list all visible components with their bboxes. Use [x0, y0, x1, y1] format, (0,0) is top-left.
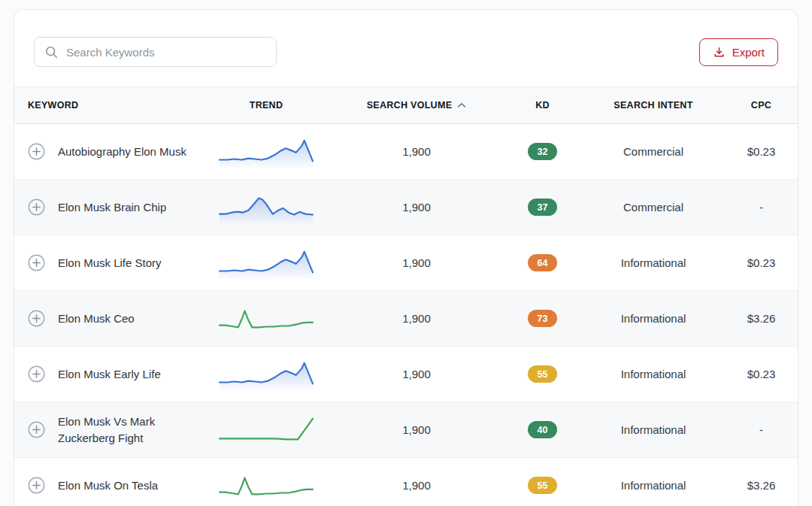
- column-header-kd[interactable]: KD: [503, 100, 582, 111]
- table-row: Elon Musk Brain Chip 1,900 37 Commercial…: [14, 180, 798, 235]
- trend-sparkline: [217, 135, 315, 169]
- add-keyword-button[interactable]: [28, 143, 45, 160]
- keyword-label: Elon Musk Life Story: [58, 255, 162, 271]
- sort-asc-icon: [457, 102, 466, 108]
- column-header-keyword[interactable]: KEYWORD: [14, 100, 202, 111]
- toolbar: Export: [14, 10, 798, 86]
- cpc-value: -: [725, 201, 798, 214]
- trend-cell: [202, 246, 330, 280]
- add-keyword-button[interactable]: [28, 365, 45, 383]
- table-row: Elon Musk Life Story 1,900 64 Informatio…: [14, 235, 798, 291]
- kd-cell: 73: [503, 310, 582, 327]
- search-intent-value: Informational: [582, 423, 725, 436]
- search-box: [34, 37, 277, 67]
- table-header: KEYWORD TREND SEARCH VOLUME KD SEARCH IN…: [14, 86, 798, 124]
- download-icon: [713, 46, 726, 59]
- keyword-cell: Elon Musk Early Life: [14, 359, 202, 389]
- table-row: Elon Musk On Tesla 1,900 55 Informationa…: [14, 458, 798, 506]
- kd-cell: 37: [503, 198, 582, 216]
- keyword-table-card: Export KEYWORD TREND SEARCH VOLUME KD SE…: [14, 9, 798, 506]
- trend-cell: [202, 357, 330, 392]
- kd-badge: 55: [528, 477, 557, 494]
- plus-circle-icon: [28, 254, 45, 271]
- search-intent-value: Commercial: [582, 145, 725, 158]
- plus-circle-icon: [28, 310, 45, 327]
- keyword-cell: Elon Musk Brain Chip: [14, 192, 202, 222]
- search-intent-value: Informational: [582, 312, 725, 325]
- kd-cell: 32: [503, 143, 582, 160]
- search-volume-value: 1,900: [330, 201, 503, 214]
- table-row: Autobiography Elon Musk 1,900 32 Commerc…: [14, 124, 798, 180]
- add-keyword-button[interactable]: [28, 254, 45, 271]
- cpc-value: -: [725, 423, 798, 436]
- keyword-label: Elon Musk Vs Mark Zuckerberg Fight: [58, 414, 193, 447]
- trend-sparkline: [217, 413, 315, 447]
- column-header-search-volume[interactable]: SEARCH VOLUME: [330, 100, 503, 111]
- kd-cell: 55: [503, 477, 582, 494]
- search-volume-value: 1,900: [330, 312, 503, 325]
- plus-circle-icon: [28, 198, 45, 216]
- trend-cell: [202, 468, 330, 503]
- cpc-value: $0.23: [725, 145, 798, 158]
- cpc-value: $0.23: [725, 368, 798, 380]
- cpc-value: $0.23: [725, 256, 798, 269]
- table-row: Elon Musk Vs Mark Zuckerberg Fight 1,900…: [14, 402, 798, 458]
- keyword-label: Elon Musk Ceo: [58, 311, 135, 327]
- kd-badge: 37: [528, 198, 557, 216]
- search-volume-value: 1,900: [330, 368, 503, 380]
- kd-badge: 73: [528, 310, 557, 327]
- keyword-label: Elon Musk Brain Chip: [58, 199, 166, 216]
- kd-badge: 55: [528, 365, 557, 383]
- kd-badge: 64: [528, 254, 557, 271]
- keyword-label: Elon Musk On Tesla: [58, 477, 158, 494]
- search-input[interactable]: [66, 46, 265, 59]
- table-body: Autobiography Elon Musk 1,900 32 Commerc…: [14, 124, 798, 506]
- export-button[interactable]: Export: [699, 38, 778, 66]
- trend-sparkline: [217, 357, 315, 392]
- trend-sparkline: [217, 301, 315, 336]
- plus-circle-icon: [28, 421, 45, 438]
- trend-cell: [202, 190, 330, 225]
- trend-cell: [202, 135, 330, 169]
- keyword-label: Autobiography Elon Musk: [58, 144, 186, 160]
- kd-cell: 55: [503, 365, 582, 383]
- search-volume-value: 1,900: [330, 479, 503, 492]
- search-volume-value: 1,900: [330, 423, 503, 436]
- trend-sparkline: [217, 190, 315, 225]
- search-intent-value: Informational: [582, 479, 725, 492]
- keyword-cell: Elon Musk Vs Mark Zuckerberg Fight: [14, 408, 202, 453]
- kd-badge: 32: [528, 143, 557, 160]
- search-intent-value: Informational: [582, 368, 725, 380]
- trend-sparkline: [217, 468, 315, 503]
- column-header-cpc[interactable]: CPC: [725, 100, 798, 111]
- plus-circle-icon: [28, 143, 45, 160]
- search-volume-value: 1,900: [330, 145, 503, 158]
- column-header-trend[interactable]: TREND: [202, 100, 330, 111]
- keyword-cell: Autobiography Elon Musk: [14, 137, 202, 166]
- kd-badge: 40: [528, 421, 557, 438]
- keyword-label: Elon Musk Early Life: [58, 366, 161, 383]
- column-header-label: SEARCH VOLUME: [367, 100, 453, 111]
- trend-cell: [202, 413, 330, 447]
- add-keyword-button[interactable]: [28, 421, 45, 438]
- search-volume-value: 1,900: [330, 256, 503, 269]
- column-header-search-intent[interactable]: SEARCH INTENT: [582, 100, 725, 111]
- search-icon: [45, 46, 58, 59]
- add-keyword-button[interactable]: [28, 198, 45, 216]
- trend-sparkline: [217, 246, 315, 280]
- plus-circle-icon: [28, 477, 45, 494]
- keyword-cell: Elon Musk On Tesla: [14, 471, 202, 500]
- export-label: Export: [732, 46, 765, 59]
- cpc-value: $3.26: [725, 479, 798, 492]
- plus-circle-icon: [28, 365, 45, 383]
- keyword-cell: Elon Musk Life Story: [14, 248, 202, 277]
- add-keyword-button[interactable]: [28, 310, 45, 327]
- search-intent-value: Commercial: [582, 201, 725, 214]
- add-keyword-button[interactable]: [28, 477, 45, 494]
- cpc-value: $3.26: [725, 312, 798, 325]
- trend-cell: [202, 301, 330, 336]
- table-row: Elon Musk Ceo 1,900 73 Informational $3.…: [14, 291, 798, 347]
- keyword-cell: Elon Musk Ceo: [14, 304, 202, 333]
- kd-cell: 64: [503, 254, 582, 271]
- kd-cell: 40: [503, 421, 582, 438]
